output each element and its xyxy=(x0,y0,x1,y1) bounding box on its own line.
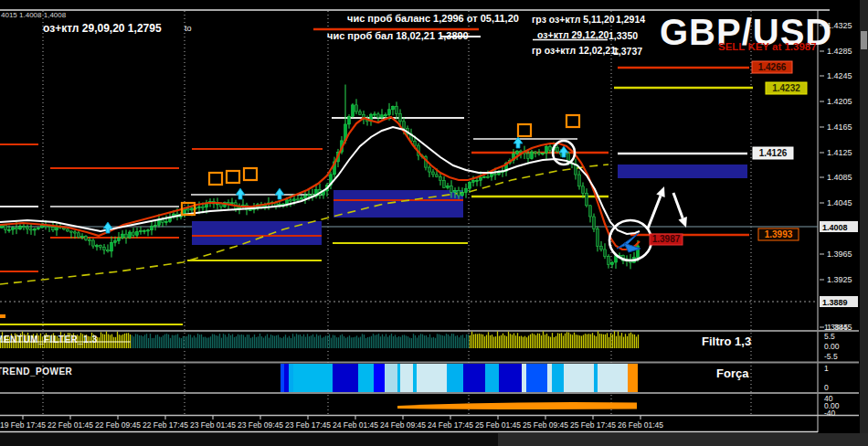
annotation-right-3-label: гр оз+ктл 12,02,21: xyxy=(532,45,619,56)
trend-arrow[interactable] xyxy=(673,193,683,218)
candle-body xyxy=(597,229,599,247)
annotation-right-1-value: 1,2914 xyxy=(616,14,645,25)
supply-demand-zone[interactable] xyxy=(333,190,463,218)
trend-power-block[interactable] xyxy=(522,364,526,392)
trend-power-block[interactable] xyxy=(281,364,284,392)
time-tick-label[interactable]: 26 Feb 01:45 xyxy=(618,420,663,430)
signal-square[interactable] xyxy=(209,173,222,185)
trend-power-block[interactable] xyxy=(598,364,628,392)
candle-body xyxy=(147,230,150,231)
time-tick-label[interactable]: 23 Feb 17:45 xyxy=(285,420,331,430)
candle-body xyxy=(472,180,475,182)
candle-body xyxy=(107,250,110,251)
time-tick-label[interactable]: 24 Feb 01:45 xyxy=(333,420,378,430)
candle-body xyxy=(399,113,402,122)
candle-body xyxy=(89,239,91,240)
signal-square[interactable] xyxy=(566,115,579,127)
candle-body xyxy=(165,221,168,222)
trend-power-block[interactable] xyxy=(552,364,564,392)
candle-body xyxy=(129,232,132,238)
signal-square[interactable] xyxy=(244,168,257,180)
time-tick-label[interactable]: 24 Feb 17:45 xyxy=(428,420,473,430)
trend-power-block[interactable] xyxy=(293,364,333,392)
price-tick-label: 1.4045 xyxy=(827,198,852,207)
candle-body xyxy=(611,262,614,265)
trend-power-block[interactable] xyxy=(594,364,598,392)
candle-body xyxy=(78,233,80,238)
trend-power-block[interactable] xyxy=(463,364,485,392)
trend-power-block[interactable] xyxy=(385,364,397,392)
time-tick-label[interactable]: 22 Feb 09:45 xyxy=(95,420,141,430)
trend-power-block[interactable] xyxy=(485,364,499,392)
indicator-scale-label: -5.5 xyxy=(824,352,838,361)
time-tick-label[interactable]: 19 Feb 17:45 xyxy=(0,420,46,430)
candle-body xyxy=(359,112,362,114)
trend-arrow[interactable] xyxy=(648,196,661,228)
trend-power-block[interactable] xyxy=(547,364,552,392)
candle-body xyxy=(70,231,73,232)
scrollbar-thumb[interactable] xyxy=(861,31,867,49)
candle-body xyxy=(96,246,99,247)
candle-body xyxy=(396,106,398,113)
annotation-center-1: чис проб баланс 1,2996 от 05,11,20 xyxy=(347,13,519,24)
price-tick-label: 1.3925 xyxy=(827,275,852,284)
candle-body xyxy=(582,186,585,194)
time-tick-label[interactable]: 24 Feb 09:45 xyxy=(380,420,426,430)
candle-body xyxy=(118,238,121,240)
trend-power-block[interactable] xyxy=(447,364,463,392)
trend-power-block[interactable] xyxy=(289,364,293,392)
candle-body xyxy=(67,229,69,231)
trend-power-block[interactable] xyxy=(564,364,594,392)
trend-power-block[interactable] xyxy=(526,364,547,392)
candle-body xyxy=(5,225,7,229)
candle-body xyxy=(92,240,95,246)
trend-power-block[interactable] xyxy=(628,364,638,392)
time-tick-label[interactable]: 25 Feb 01:45 xyxy=(475,420,521,430)
candle-body xyxy=(538,153,541,154)
trend-power-block[interactable] xyxy=(417,364,447,392)
trend-power-block[interactable] xyxy=(499,364,522,392)
trend-power-block[interactable] xyxy=(397,364,400,392)
trend-power-block[interactable] xyxy=(400,364,413,392)
signal-square[interactable] xyxy=(518,124,531,136)
buy-arrow-icon xyxy=(275,188,284,199)
trend-power-block[interactable] xyxy=(374,364,385,392)
annotation-right-2-value: 1,3350 xyxy=(609,30,638,41)
candle-body xyxy=(26,227,29,228)
candle-body xyxy=(461,193,464,196)
trend-arrow-head xyxy=(679,217,687,228)
time-tick-label[interactable]: 25 Feb 09:45 xyxy=(523,420,568,430)
price-level-label-text: 1.4232 xyxy=(772,83,800,93)
trend-power-block[interactable] xyxy=(413,364,417,392)
indicator-scale-label: -40 xyxy=(824,409,836,418)
time-tick-label[interactable]: 22 Feb 01:45 xyxy=(48,420,93,430)
price-level-label-text: 1.3993 xyxy=(765,229,793,239)
price-level-label-text: 1.3987 xyxy=(652,234,681,244)
candle-body xyxy=(403,122,406,128)
annotation-right-1-label: грз оз+ктл 5,11,20 : xyxy=(532,14,620,25)
candle-body xyxy=(549,146,552,150)
price-level-label-text: 1.4266 xyxy=(758,62,787,72)
candle-body xyxy=(608,257,610,265)
signal-square[interactable] xyxy=(227,171,239,183)
price-tick-label: 1.4205 xyxy=(827,97,852,106)
supply-demand-zone[interactable] xyxy=(618,165,747,178)
trend-power-block[interactable] xyxy=(284,364,289,392)
candle-body xyxy=(586,193,588,205)
time-tick-label[interactable]: 25 Feb 17:45 xyxy=(570,420,616,430)
indicator2-name: TREND_POWER xyxy=(0,366,72,377)
candle-body xyxy=(301,198,303,199)
trend-power-block[interactable] xyxy=(333,364,358,392)
trend-power-block[interactable] xyxy=(358,364,374,392)
candle-body xyxy=(202,207,205,207)
time-tick-label[interactable]: 23 Feb 01:45 xyxy=(190,420,236,430)
time-tick-label[interactable]: 22 Feb 17:45 xyxy=(143,420,188,430)
candle-body xyxy=(8,229,11,230)
candle-body xyxy=(114,241,117,243)
candle-body xyxy=(450,186,453,193)
candle-body xyxy=(143,230,146,231)
candle-body xyxy=(286,200,289,204)
candle-body xyxy=(487,176,490,177)
candle-body xyxy=(388,110,391,115)
time-tick-label[interactable]: 23 Feb 09:45 xyxy=(238,420,283,430)
